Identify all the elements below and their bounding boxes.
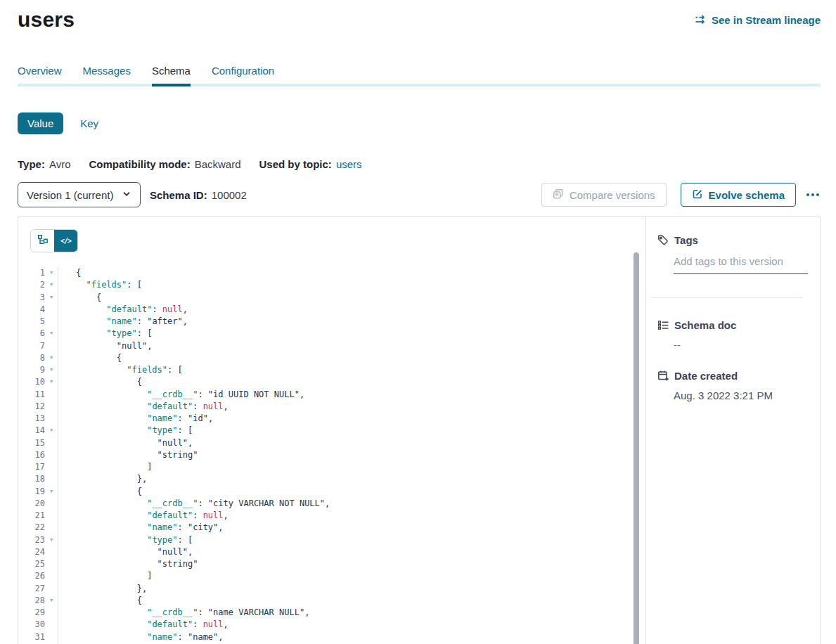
code-line: 20 "__crdb__": "city VARCHAR NOT NULL",	[18, 498, 645, 510]
ellipsis-icon	[816, 193, 819, 196]
schema-editor: </> 1▼{2▼ "fields": [3▼ {4 "default": nu…	[18, 217, 646, 644]
fold-gutter	[45, 510, 58, 522]
fold-gutter	[45, 522, 58, 534]
date-created-section: Date created Aug. 3 2022 3:21 PM	[657, 370, 809, 401]
code-text: "name": "id",	[58, 413, 645, 425]
lineage-link-label: See in Stream lineage	[712, 14, 821, 26]
code-line: 15 "null",	[18, 437, 645, 449]
fold-arrow-icon[interactable]: ▼	[45, 352, 58, 364]
fold-gutter	[45, 583, 58, 595]
code-line: 7 "null",	[18, 340, 645, 352]
code-text: ]	[58, 570, 645, 582]
code-text: {	[58, 376, 645, 388]
fold-gutter	[45, 340, 58, 352]
tabs: OverviewMessagesSchemaConfiguration	[18, 65, 821, 84]
meta-value: Avro	[49, 158, 71, 170]
fold-gutter	[45, 558, 58, 570]
sidebar-divider	[651, 297, 803, 298]
meta-item: Used by topic:users	[259, 158, 362, 170]
code-text: "fields": [	[58, 364, 645, 376]
meta-item: Compatibility mode:Backward	[89, 158, 240, 170]
code-text: "default": null,	[58, 401, 645, 413]
fold-arrow-icon[interactable]: ▼	[45, 486, 58, 498]
fold-arrow-icon[interactable]: ▼	[45, 534, 58, 546]
see-in-stream-lineage-link[interactable]: See in Stream lineage	[695, 14, 821, 26]
code-line: 6▼ "type": [	[18, 328, 645, 340]
value-tab-button[interactable]: Value	[18, 112, 63, 134]
schema-card: </> 1▼{2▼ "fields": [3▼ {4 "default": nu…	[18, 216, 821, 644]
more-actions-button[interactable]	[805, 189, 821, 200]
fold-arrow-icon[interactable]: ▼	[45, 425, 58, 437]
line-number: 17	[18, 461, 45, 473]
fold-arrow-icon[interactable]: ▼	[45, 595, 58, 607]
fold-arrow-icon[interactable]: ▼	[45, 376, 58, 388]
editor-view-toggle: </>	[30, 229, 78, 252]
fold-gutter	[45, 304, 58, 316]
code-line: 14▼ "type": [	[18, 425, 645, 437]
schema-meta-row: Type:AvroCompatibility mode:BackwardUsed…	[18, 158, 821, 170]
calendar-add-icon	[657, 370, 669, 382]
code-line: 26 ]	[18, 570, 645, 582]
tab-track	[18, 84, 821, 86]
code-line: 16 "string"	[18, 449, 645, 461]
code-line: 9▼ "fields": [	[18, 364, 645, 376]
code-line: 31 "name": "name",	[18, 631, 645, 643]
vertical-scrollbar[interactable]	[634, 252, 639, 644]
code-text: {	[58, 595, 645, 607]
code-text: "default": null,	[58, 619, 645, 631]
line-number: 13	[18, 413, 45, 425]
line-number: 23	[18, 534, 45, 546]
page-header: users See in Stream lineage	[18, 6, 821, 34]
list-icon	[657, 319, 669, 331]
line-number: 19	[18, 486, 45, 498]
code-line: 27 },	[18, 583, 645, 595]
fold-arrow-icon[interactable]: ▼	[45, 328, 58, 340]
tab-schema[interactable]: Schema	[152, 65, 191, 84]
line-number: 28	[18, 595, 45, 607]
fold-gutter	[45, 389, 58, 401]
tab-overview[interactable]: Overview	[18, 65, 62, 84]
topic-link[interactable]: users	[336, 158, 362, 170]
fold-gutter	[45, 316, 58, 328]
tree-view-button[interactable]	[31, 230, 54, 252]
fold-gutter	[45, 413, 58, 425]
schema-id-value: 100002	[212, 189, 247, 201]
fold-arrow-icon[interactable]: ▼	[45, 279, 58, 291]
code-text: },	[58, 583, 645, 595]
line-number: 21	[18, 510, 45, 522]
chevron-down-icon	[122, 189, 131, 201]
meta-label: Type:	[18, 158, 45, 170]
tree-view-icon	[37, 234, 49, 248]
code-line: 22 "name": "city",	[18, 522, 645, 534]
code-text: {	[58, 352, 645, 364]
compare-versions-icon	[553, 188, 564, 202]
line-number: 6	[18, 328, 45, 340]
code-line: 3▼ {	[18, 292, 645, 304]
code-text: "type": [	[58, 328, 645, 340]
code-text: "__crdb__": "city VARCHAR NOT NULL",	[58, 498, 645, 510]
line-number: 3	[18, 292, 45, 304]
compare-versions-button[interactable]: Compare versions	[541, 183, 667, 207]
fold-gutter	[45, 473, 58, 485]
add-tags-input[interactable]	[674, 255, 808, 274]
code-view-icon: </>	[60, 237, 71, 245]
schema-doc-value: --	[674, 339, 809, 351]
code-view-button[interactable]: </>	[54, 230, 77, 252]
version-select-value: Version 1 (current)	[27, 189, 113, 201]
code-line: 13 "name": "id",	[18, 413, 645, 425]
meta-label: Used by topic:	[259, 158, 332, 170]
fold-arrow-icon[interactable]: ▼	[45, 267, 58, 279]
code-line: 2▼ "fields": [	[18, 279, 645, 291]
code-text: "null",	[58, 546, 645, 558]
evolve-schema-button[interactable]: Evolve schema	[681, 183, 796, 207]
tab-messages[interactable]: Messages	[83, 65, 131, 84]
fold-arrow-icon[interactable]: ▼	[45, 292, 58, 304]
tab-configuration[interactable]: Configuration	[212, 65, 274, 84]
fold-arrow-icon[interactable]: ▼	[45, 364, 58, 376]
code-text: "fields": [	[58, 279, 645, 291]
key-tab-button[interactable]: Key	[70, 112, 108, 134]
fold-gutter	[45, 607, 58, 619]
line-number: 12	[18, 401, 45, 413]
version-select[interactable]: Version 1 (current)	[18, 182, 141, 207]
line-number: 7	[18, 340, 45, 352]
